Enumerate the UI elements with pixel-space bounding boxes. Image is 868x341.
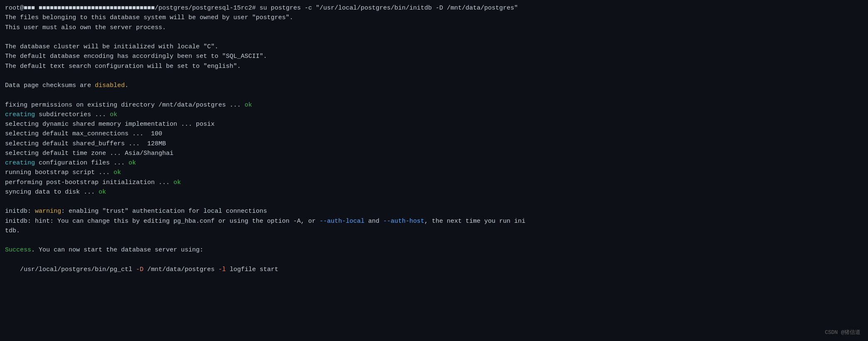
- line-6: Data page checksums are disabled.: [5, 81, 863, 90]
- terminal-text-span: tdb.: [5, 227, 20, 234]
- terminal-text-span: ok: [245, 102, 252, 109]
- line-7: fixing permissions on existing directory…: [5, 100, 863, 110]
- empty-line: [5, 71, 863, 81]
- line-12: selecting default time zone ... Asia/Sha…: [5, 149, 863, 158]
- empty-line: [5, 90, 863, 100]
- line-13: creating configuration files ... ok: [5, 158, 863, 168]
- terminal-text-span: ok: [173, 179, 181, 186]
- empty-line: [5, 255, 863, 265]
- terminal-text-span: /usr/local/postgres/bin/pg_ctl: [5, 266, 136, 273]
- terminal-text-span: logfile start: [226, 266, 278, 273]
- terminal-text-span: performing post-bootstrap initialization…: [5, 179, 173, 186]
- line-15: performing post-bootstrap initialization…: [5, 178, 863, 187]
- terminal-text-span: ok: [114, 169, 121, 176]
- line-cmd: root@■■■ ■■■■■■■■■■■■■■■■■■■■■■■■■■■■■■■…: [5, 3, 863, 13]
- terminal-text-span: /mnt/data/postgres: [143, 266, 218, 273]
- terminal-text-span: ok: [110, 111, 117, 118]
- terminal-text-span: selecting default shared_buffers ... 128…: [5, 140, 166, 147]
- terminal-text-span: , the next time you run ini: [424, 218, 525, 225]
- terminal-text-span: --auth-host: [383, 218, 424, 225]
- line-1: The files belonging to this database sys…: [5, 13, 863, 22]
- watermark: CSDN @猪信道: [825, 329, 861, 337]
- line-4: The default database encoding has accord…: [5, 52, 863, 61]
- line-19: tdb.: [5, 226, 863, 236]
- line-11: selecting default shared_buffers ... 128…: [5, 139, 863, 149]
- line-21: /usr/local/postgres/bin/pg_ctl -D /mnt/d…: [5, 265, 863, 274]
- terminal-text-span: subdirectories ...: [35, 111, 110, 118]
- line-2: This user must also own the server proce…: [5, 23, 863, 32]
- terminal-text-span: The database cluster will be initialized…: [5, 43, 218, 50]
- terminal-text-span: initdb: hint: You can change this by edi…: [5, 218, 319, 225]
- terminal-text-span: fixing permissions on existing directory…: [5, 102, 245, 109]
- terminal-text-span: selecting dynamic shared memory implemen…: [5, 121, 215, 128]
- terminal-text-span: Success: [5, 246, 31, 254]
- line-8: creating subdirectories ... ok: [5, 110, 863, 119]
- terminal-window: root@■■■ ■■■■■■■■■■■■■■■■■■■■■■■■■■■■■■■…: [0, 0, 868, 341]
- terminal-text-span: This user must also own the server proce…: [5, 24, 166, 31]
- line-18: initdb: hint: You can change this by edi…: [5, 217, 863, 226]
- terminal-text-span: The default text search configuration wi…: [5, 63, 241, 70]
- terminal-text-span: ■■■ ■■■■■■■■■■■■■■■■■■■■■■■■■■■■■■■: [24, 5, 155, 12]
- terminal-text-span: running bootstrap script ...: [5, 169, 114, 176]
- line-9: selecting dynamic shared memory implemen…: [5, 119, 863, 129]
- empty-line: [5, 236, 863, 245]
- empty-line: [5, 197, 863, 207]
- terminal-text-span: configuration files ...: [35, 159, 129, 167]
- terminal-text-span: ok: [99, 189, 106, 196]
- terminal-text-span: initdb:: [5, 208, 35, 215]
- empty-line: [5, 32, 863, 42]
- terminal-text-span: The files belonging to this database sys…: [5, 14, 293, 21]
- terminal-text-span: ok: [129, 159, 136, 167]
- terminal-text-span: warning: [35, 208, 61, 215]
- line-3: The database cluster will be initialized…: [5, 42, 863, 52]
- terminal-text-span: creating: [5, 111, 35, 118]
- terminal-text-span: . You can now start the database server …: [31, 246, 203, 254]
- line-20: Success. You can now start the database …: [5, 245, 863, 255]
- terminal-text-span: -D: [136, 266, 143, 273]
- terminal-text-span: -l: [218, 266, 226, 273]
- line-5: The default text search configuration wi…: [5, 62, 863, 71]
- terminal-text-span: selecting default time zone ... Asia/Sha…: [5, 150, 173, 157]
- terminal-text-span: --auth-local: [319, 218, 364, 225]
- terminal-text-span: selecting default max_connections ... 10…: [5, 130, 162, 137]
- terminal-text-span: disabled: [95, 82, 125, 89]
- terminal-text-span: and: [364, 218, 383, 225]
- terminal-text-span: /postgres/postgresql-15rc2# su postgres …: [155, 5, 518, 12]
- terminal-text-span: syncing data to disk ...: [5, 189, 99, 196]
- terminal-text-span: root@: [5, 5, 24, 12]
- terminal-text-span: : enabling "trust" authentication for lo…: [61, 208, 267, 215]
- line-14: running bootstrap script ... ok: [5, 168, 863, 177]
- terminal-text-span: creating: [5, 159, 35, 167]
- terminal-text-span: The default database encoding has accord…: [5, 53, 267, 60]
- terminal-text-span: Data page checksums are: [5, 82, 95, 89]
- line-17: initdb: warning: enabling "trust" authen…: [5, 207, 863, 216]
- line-10: selecting default max_connections ... 10…: [5, 129, 863, 139]
- terminal-text-span: .: [125, 82, 129, 89]
- line-16: syncing data to disk ... ok: [5, 187, 863, 197]
- terminal-output: root@■■■ ■■■■■■■■■■■■■■■■■■■■■■■■■■■■■■■…: [5, 3, 863, 274]
